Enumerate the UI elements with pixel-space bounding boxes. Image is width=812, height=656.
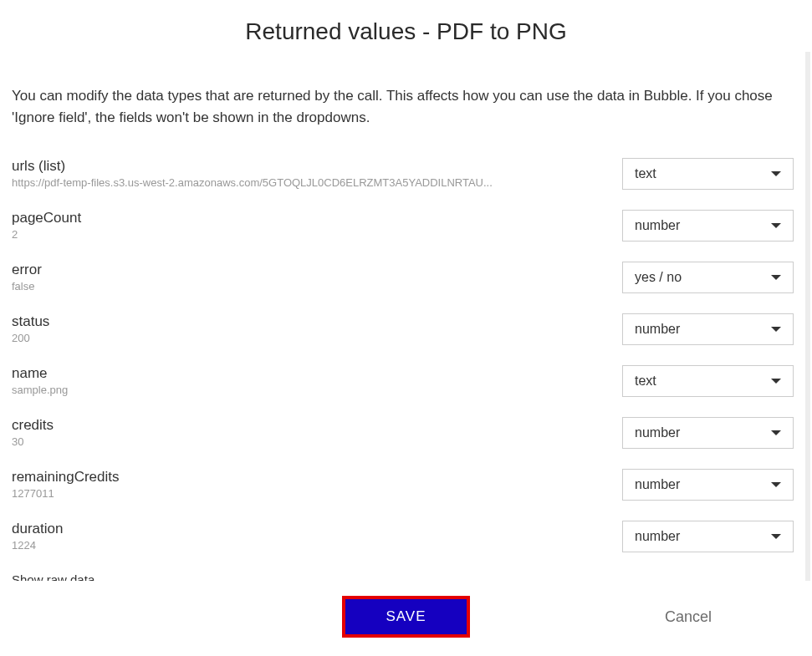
chevron-down-icon: [771, 223, 781, 228]
type-select-value: number: [635, 529, 680, 544]
field-row: pageCount2number: [12, 210, 794, 242]
type-select[interactable]: text: [622, 365, 794, 397]
type-select-value: text: [635, 166, 656, 181]
field-row: duration1224number: [12, 521, 794, 552]
field-info: pageCount2: [12, 210, 513, 241]
save-button-highlight: SAVE: [342, 596, 469, 638]
field-sample-value: https://pdf-temp-files.s3.us-west-2.amaz…: [12, 176, 513, 189]
field-label: error: [12, 262, 513, 278]
chevron-down-icon: [771, 171, 781, 176]
chevron-down-icon: [771, 379, 781, 384]
field-label: remainingCredits: [12, 469, 513, 486]
type-select-value: number: [635, 322, 680, 337]
show-raw-data-link[interactable]: Show raw data: [12, 572, 794, 581]
field-row: status200number: [12, 313, 794, 345]
field-label: pageCount: [12, 210, 513, 226]
field-row: urls (list)https://pdf-temp-files.s3.us-…: [12, 158, 794, 190]
chevron-down-icon: [771, 482, 781, 487]
field-label: duration: [12, 521, 513, 537]
field-sample-value: sample.png: [12, 384, 513, 396]
field-sample-value: 200: [12, 332, 513, 344]
type-select[interactable]: number: [622, 469, 794, 501]
field-info: namesample.png: [12, 365, 513, 396]
chevron-down-icon: [771, 430, 781, 435]
chevron-down-icon: [771, 275, 781, 280]
type-select-value: number: [635, 477, 680, 492]
type-select[interactable]: number: [622, 417, 794, 449]
field-info: errorfalse: [12, 262, 513, 292]
field-info: duration1224: [12, 521, 513, 552]
modal-footer: SAVE Cancel: [0, 581, 812, 656]
returned-values-modal: Returned values - PDF to PNG You can mod…: [0, 0, 812, 656]
type-select[interactable]: text: [622, 158, 794, 190]
save-button[interactable]: SAVE: [345, 599, 466, 634]
field-sample-value: 30: [12, 435, 513, 448]
field-info: remainingCredits1277011: [12, 469, 513, 500]
field-sample-value: 1224: [12, 539, 513, 552]
type-select-value: number: [635, 425, 680, 440]
type-select-value: text: [635, 374, 656, 389]
type-select[interactable]: number: [622, 210, 794, 242]
field-info: urls (list)https://pdf-temp-files.s3.us-…: [12, 158, 513, 189]
field-label: status: [12, 313, 513, 330]
type-select[interactable]: number: [622, 313, 794, 345]
field-label: urls (list): [12, 158, 513, 175]
field-row: remainingCredits1277011number: [12, 469, 794, 501]
field-row: credits30number: [12, 417, 794, 449]
modal-header: Returned values - PDF to PNG: [0, 0, 812, 52]
type-select-value: yes / no: [635, 270, 682, 285]
chevron-down-icon: [771, 534, 781, 539]
modal-body[interactable]: You can modify the data types that are r…: [0, 52, 810, 581]
type-select-value: number: [635, 218, 680, 233]
chevron-down-icon: [771, 327, 781, 332]
cancel-button[interactable]: Cancel: [665, 608, 712, 626]
field-label: credits: [12, 417, 513, 434]
field-row: errorfalseyes / no: [12, 262, 794, 293]
field-sample-value: 1277011: [12, 487, 513, 500]
field-row: namesample.pngtext: [12, 365, 794, 397]
description-text: You can modify the data types that are r…: [12, 85, 789, 128]
type-select[interactable]: yes / no: [622, 262, 794, 293]
field-sample-value: 2: [12, 228, 513, 241]
field-label: name: [12, 365, 513, 382]
field-sample-value: false: [12, 280, 513, 292]
field-info: credits30: [12, 417, 513, 448]
field-info: status200: [12, 313, 513, 344]
modal-title: Returned values - PDF to PNG: [0, 18, 812, 45]
type-select[interactable]: number: [622, 521, 794, 552]
